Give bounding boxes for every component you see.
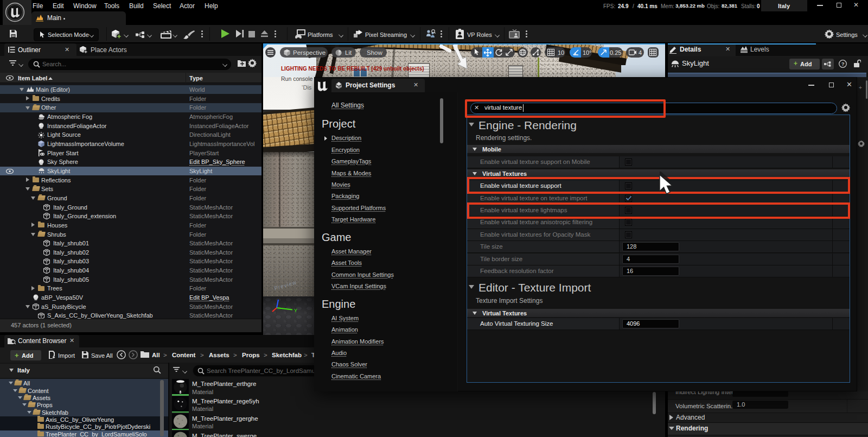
svg-text:?: ? (841, 61, 845, 67)
svg-text:Y: Y (294, 308, 297, 313)
